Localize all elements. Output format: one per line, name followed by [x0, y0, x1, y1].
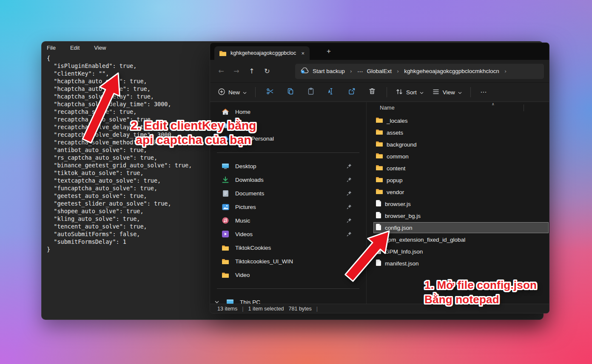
menu-edit[interactable]: Edit	[69, 44, 80, 52]
chevron-right-icon: ›	[349, 68, 353, 74]
new-button[interactable]: New	[213, 85, 251, 99]
sidebar-item-label: Tiktokcookies_UI_WIN	[235, 258, 293, 265]
desktop-icon	[221, 163, 230, 169]
share-button[interactable]	[342, 85, 362, 99]
copy-button[interactable]	[280, 85, 301, 99]
breadcrumb-ellipsis[interactable]: ⋯	[357, 68, 363, 75]
paste-button[interactable]	[301, 85, 321, 99]
folder-icon	[219, 51, 227, 56]
file-icon	[376, 200, 381, 208]
home-icon	[221, 108, 230, 115]
file-row-gpm-info-json[interactable]: GPM_Info.json	[373, 246, 549, 257]
file-row-vendor[interactable]: vendor	[373, 186, 549, 198]
cut-button[interactable]	[260, 85, 280, 99]
file-name: manifest.json	[385, 260, 419, 267]
documents-icon	[221, 190, 230, 197]
new-button-label: New	[228, 89, 240, 96]
file-row-browser-bg-js[interactable]: browser_bg.js	[373, 210, 549, 221]
sort-button[interactable]: Sort	[391, 85, 428, 99]
sidebar-item-label: Videos	[235, 231, 253, 237]
forward-icon[interactable]: →	[229, 64, 244, 79]
column-header-name[interactable]: ∧ Name	[367, 102, 549, 113]
breadcrumb-globalext[interactable]: GlobalExt	[367, 68, 392, 74]
breadcrumb-extension-folder[interactable]: kghkgeheoajagokcggpbclocmkhclocn	[404, 68, 499, 74]
menu-view[interactable]: View	[93, 44, 107, 52]
tab-title: kghkgeheoajagokcggpbclocm	[231, 50, 296, 56]
file-row-common[interactable]: common	[373, 151, 549, 162]
pin-icon	[347, 231, 352, 238]
breadcrumb-start-backup[interactable]: Start backup	[313, 68, 345, 74]
rename-icon	[327, 87, 335, 97]
pin-icon	[347, 164, 352, 170]
sidebar-item-home[interactable]: Home	[221, 106, 360, 118]
chevron-right-icon: ›	[396, 68, 400, 74]
file-name: vendor	[387, 189, 404, 195]
address-bar-row: ← → ↑ ↻ Start backup › ⋯ GlobalExt › kgh…	[210, 60, 549, 83]
file-icon	[376, 224, 381, 231]
sidebar-item-label: Music	[235, 217, 250, 224]
up-icon[interactable]: ↑	[244, 64, 259, 79]
refresh-icon[interactable]: ↻	[259, 64, 275, 79]
file-row-gpm-extension-fixed-id-global[interactable]: gpm_extension_fixed_id_global	[373, 234, 549, 245]
file-row-assets[interactable]: assets	[373, 127, 549, 138]
sort-ascending-icon: ∧	[492, 102, 495, 106]
sidebar-item-pictures[interactable]: Pictures	[221, 201, 360, 213]
sidebar-item-video[interactable]: Video	[221, 269, 360, 281]
pin-icon	[347, 218, 352, 224]
file-row-content[interactable]: content	[373, 163, 549, 174]
close-icon[interactable]: ×	[299, 50, 306, 56]
file-row-popup[interactable]: popup	[373, 175, 549, 186]
folder-icon	[221, 272, 230, 278]
file-icon	[376, 236, 381, 243]
sidebar-divider	[217, 288, 359, 289]
navigation-sidebar: Home Gallery Tinh - Personal Desktop Dow…	[210, 102, 367, 304]
file-icon	[376, 212, 381, 220]
sidebar-divider	[217, 152, 359, 153]
sidebar-item-tiktokcookies[interactable]: TiktokCookies	[221, 242, 360, 254]
view-button[interactable]: View	[428, 85, 466, 99]
sidebar-item-label: Tinh - Personal	[235, 135, 274, 142]
folder-icon	[376, 165, 383, 172]
menu-file[interactable]: File	[46, 44, 57, 52]
breadcrumb[interactable]: Start backup › ⋯ GlobalExt › kghkgeheoaj…	[295, 64, 544, 79]
sidebar-item-onedrive[interactable]: Tinh - Personal	[221, 133, 360, 144]
new-tab-button[interactable]: +	[324, 47, 333, 56]
command-toolbar: New Sort View ⋯	[210, 83, 549, 102]
status-divider: |	[242, 306, 243, 312]
sidebar-item-gallery[interactable]: Gallery	[221, 120, 360, 132]
more-button[interactable]: ⋯	[475, 85, 492, 99]
sidebar-item-desktop[interactable]: Desktop	[221, 160, 360, 172]
rename-button[interactable]	[321, 85, 342, 99]
sidebar-item-videos[interactable]: Videos	[221, 228, 360, 240]
sidebar-item-music[interactable]: Music	[221, 214, 360, 226]
file-name: assets	[387, 130, 403, 136]
file-row-config-json[interactable]: config.json	[373, 222, 549, 233]
explorer-tab[interactable]: kghkgeheoajagokcggpbclocm ×	[214, 46, 310, 60]
share-icon	[348, 87, 356, 97]
delete-button[interactable]	[362, 85, 382, 99]
onedrive-cloud-icon	[221, 136, 230, 141]
sidebar-item-tiktokcookies-ui-win[interactable]: Tiktokcookies_UI_WIN	[221, 255, 360, 267]
pin-icon	[347, 204, 352, 211]
file-row-browser-js[interactable]: browser.js	[373, 198, 549, 209]
explorer-tab-bar: kghkgeheoajagokcggpbclocm × +	[210, 43, 549, 60]
status-selection-size: 781 bytes	[289, 306, 312, 312]
file-row-manifest-json[interactable]: manifest.json	[373, 258, 549, 269]
status-bar: 13 items | 1 item selected 781 bytes |	[210, 304, 549, 313]
sidebar-item-label: Home	[235, 109, 250, 115]
column-header-label: Name	[380, 104, 395, 111]
explorer-content: Home Gallery Tinh - Personal Desktop Dow…	[210, 102, 549, 304]
file-row-locales[interactable]: _locales	[373, 115, 549, 126]
folder-icon	[376, 153, 383, 160]
back-icon[interactable]: ←	[213, 64, 229, 79]
file-row-background[interactable]: background	[373, 139, 549, 150]
view-button-label: View	[443, 89, 455, 96]
status-item-count: 13 items	[217, 306, 237, 312]
sidebar-item-documents[interactable]: Documents	[221, 187, 360, 199]
chevron-down-icon[interactable]	[213, 301, 220, 304]
file-list-pane: ∧ Name _locales assets background common	[367, 102, 549, 304]
view-icon	[432, 88, 440, 97]
sidebar-item-downloads[interactable]: Downloads	[221, 174, 360, 186]
notepad-editor[interactable]: { "isPluginEnabled": true, "clientKey": …	[47, 54, 192, 253]
column-divider[interactable]	[524, 104, 524, 111]
